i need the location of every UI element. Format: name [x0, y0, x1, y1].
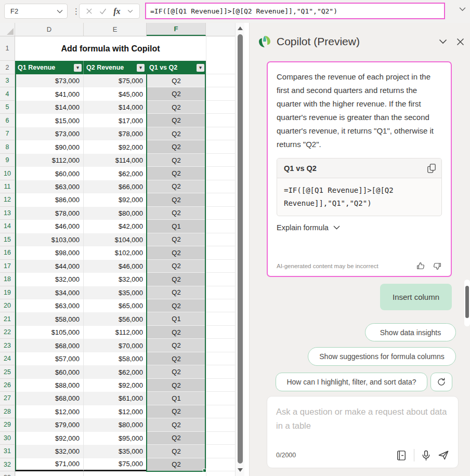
- explain-formula-toggle[interactable]: Explain formula: [277, 223, 442, 232]
- empty-cell[interactable]: [206, 299, 235, 312]
- empty-cell[interactable]: [206, 140, 235, 153]
- formula-card-code[interactable]: =IF([@[Q1 Revenue]]>[@[Q2 Revenue]],"Q1"…: [277, 178, 441, 216]
- row-header-7[interactable]: 7: [0, 127, 15, 140]
- collapse-chevron-icon[interactable]: [439, 39, 447, 44]
- cell-q2-revenue[interactable]: $104,000: [84, 233, 147, 246]
- panel-scrollbar[interactable]: [464, 280, 470, 326]
- cell-q1-vs-q2[interactable]: Q2: [147, 352, 206, 365]
- cell-q1-revenue[interactable]: $92,000: [15, 432, 84, 445]
- sheet-vertical-scrollbar[interactable]: [235, 23, 244, 476]
- table-header-q1-revenue[interactable]: Q1 Revenue ▾: [15, 61, 84, 74]
- cell-q1-vs-q2[interactable]: Q1: [147, 392, 206, 405]
- scroll-up-icon[interactable]: [236, 24, 245, 32]
- empty-cell[interactable]: [206, 365, 235, 378]
- cell-q1-vs-q2[interactable]: Q2: [147, 140, 206, 153]
- row-header-16[interactable]: 16: [0, 246, 15, 259]
- close-icon[interactable]: [456, 38, 464, 46]
- empty-cell[interactable]: [206, 74, 235, 87]
- row-header-29[interactable]: 29: [0, 418, 15, 431]
- empty-cell[interactable]: [206, 220, 235, 233]
- cell-q2-revenue[interactable]: $70,000: [84, 339, 147, 352]
- cell-q1-revenue[interactable]: $32,000: [15, 273, 84, 286]
- row-header-24[interactable]: 24: [0, 352, 15, 365]
- filter-dropdown-icon[interactable]: ▾: [137, 64, 145, 72]
- cell-q1-revenue[interactable]: $14,000: [15, 101, 84, 114]
- empty-cell[interactable]: [206, 180, 235, 193]
- empty-cell[interactable]: [206, 101, 235, 114]
- cell-q2-revenue[interactable]: $32,000: [84, 273, 147, 286]
- chevron-down-icon[interactable]: [127, 9, 133, 13]
- cell-q1-revenue[interactable]: $78,000: [15, 207, 84, 220]
- cell-q2-revenue[interactable]: $75,000: [84, 74, 147, 87]
- cell-q1-vs-q2[interactable]: Q2: [147, 260, 206, 273]
- table-header-q2-revenue[interactable]: Q2 Revenue ▾: [84, 61, 147, 74]
- empty-cell[interactable]: [206, 405, 235, 418]
- empty-cell[interactable]: [206, 352, 235, 365]
- cell-q1-vs-q2[interactable]: Q2: [147, 326, 206, 339]
- highlight-filter-sort-button[interactable]: How can I highlight, filter, and sort da…: [276, 373, 427, 391]
- cell-q1-vs-q2[interactable]: Q1: [147, 312, 206, 325]
- cell-q2-revenue[interactable]: $92,000: [84, 193, 147, 206]
- enter-check-icon[interactable]: [99, 8, 107, 15]
- cell-q2-revenue[interactable]: $61,000: [84, 392, 147, 405]
- cell-q1-vs-q2[interactable]: Q2: [147, 167, 206, 180]
- cell-q1-revenue[interactable]: $98,000: [15, 246, 84, 259]
- send-icon[interactable]: [438, 450, 449, 460]
- empty-cell[interactable]: [15, 471, 84, 476]
- empty-cell[interactable]: [206, 458, 235, 471]
- filter-dropdown-icon[interactable]: ▾: [197, 64, 204, 72]
- row-header-1[interactable]: 1: [0, 36, 15, 61]
- cell-q1-revenue[interactable]: $12,000: [15, 405, 84, 418]
- copy-icon[interactable]: [427, 163, 436, 174]
- row-header-2[interactable]: 2: [0, 61, 15, 74]
- cell-q2-revenue[interactable]: $45,000: [84, 87, 147, 100]
- row-header-17[interactable]: 17: [0, 260, 15, 273]
- row-header-11[interactable]: 11: [0, 180, 15, 193]
- select-all-button[interactable]: [0, 23, 15, 36]
- empty-cell[interactable]: [206, 87, 235, 100]
- row-header-19[interactable]: 19: [0, 286, 15, 299]
- cell-q1-vs-q2[interactable]: Q2: [147, 74, 206, 87]
- cell-q1-vs-q2[interactable]: Q2: [147, 365, 206, 378]
- cell-q1-vs-q2[interactable]: Q2: [147, 87, 206, 100]
- empty-cell[interactable]: [206, 61, 235, 74]
- cell-q1-revenue[interactable]: $73,000: [15, 127, 84, 140]
- row-header-20[interactable]: 20: [0, 299, 15, 312]
- row-header-23[interactable]: 23: [0, 339, 15, 352]
- cell-q2-revenue[interactable]: $42,000: [84, 220, 147, 233]
- row-header-30[interactable]: 30: [0, 432, 15, 445]
- cell-q1-revenue[interactable]: $60,000: [15, 365, 84, 378]
- cell-q1-revenue[interactable]: $32,000: [15, 445, 84, 458]
- cell-q1-revenue[interactable]: $86,000: [15, 193, 84, 206]
- empty-cell[interactable]: [206, 339, 235, 352]
- cell-q2-revenue[interactable]: $78,000: [84, 127, 147, 140]
- cell-q2-revenue[interactable]: $80,000: [84, 207, 147, 220]
- prompt-guide-icon[interactable]: [396, 450, 407, 461]
- empty-cell[interactable]: [206, 36, 235, 61]
- cell-q1-revenue[interactable]: $41,000: [15, 87, 84, 100]
- row-header-28[interactable]: 28: [0, 405, 15, 418]
- filter-dropdown-icon[interactable]: ▾: [74, 64, 82, 72]
- cell-q1-revenue[interactable]: $88,000: [15, 379, 84, 392]
- cell-q1-revenue[interactable]: $34,000: [15, 286, 84, 299]
- empty-cell[interactable]: [206, 207, 235, 220]
- row-header-33[interactable]: 33: [0, 471, 15, 476]
- cell-q1-revenue[interactable]: $58,000: [15, 312, 84, 325]
- cell-q1-vs-q2[interactable]: Q2: [147, 193, 206, 206]
- scrollbar-thumb[interactable]: [238, 34, 243, 464]
- row-header-12[interactable]: 12: [0, 193, 15, 206]
- cell-q1-revenue[interactable]: $71,000: [15, 458, 84, 471]
- cell-q1-revenue[interactable]: $103,000: [15, 233, 84, 246]
- panel-scrollbar-thumb[interactable]: [465, 286, 469, 318]
- scroll-down-icon[interactable]: [236, 466, 245, 474]
- column-header-partial[interactable]: [206, 23, 235, 36]
- cell-q1-vs-q2[interactable]: Q2: [147, 418, 206, 431]
- empty-cell[interactable]: [206, 418, 235, 431]
- show-data-insights-button[interactable]: Show data insights: [365, 323, 456, 341]
- empty-cell[interactable]: [206, 392, 235, 405]
- chat-input-box[interactable]: Ask a question or make a request about d…: [267, 396, 459, 468]
- cell-q1-vs-q2[interactable]: Q2: [147, 405, 206, 418]
- cell-q1-vs-q2[interactable]: Q2: [147, 379, 206, 392]
- row-header-8[interactable]: 8: [0, 140, 15, 153]
- thumbs-down-icon[interactable]: [433, 261, 442, 271]
